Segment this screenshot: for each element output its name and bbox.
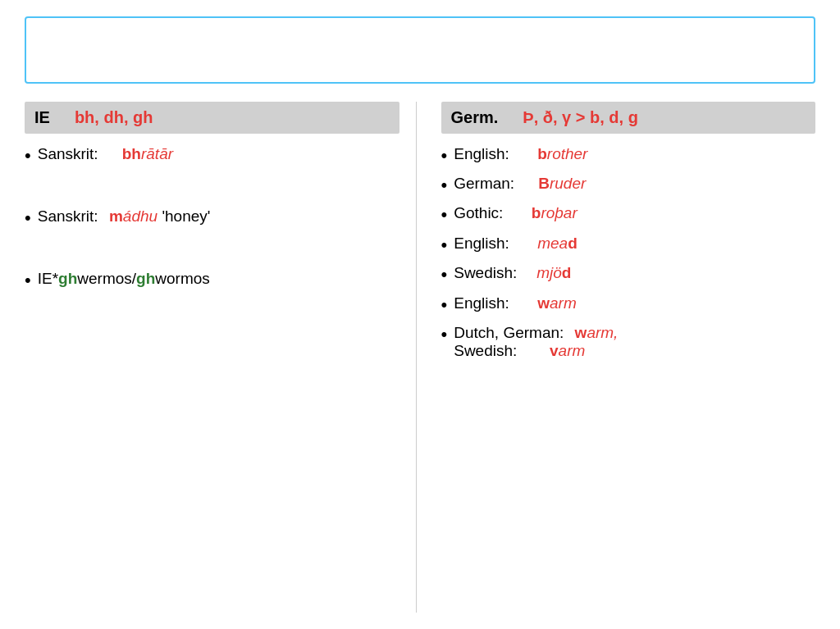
- content-area: IE bh, dh, gh • Sanskrit: bhrātār • Sans…: [25, 102, 815, 613]
- bullet-2: •: [25, 207, 31, 229]
- right-bullet-6: •: [441, 294, 448, 316]
- left-item-1: • Sanskrit: bhrātār: [25, 145, 399, 166]
- left-item-2-content: Sanskrit: mádhu 'honey': [38, 207, 211, 226]
- right-item-6: • English: warm: [441, 294, 816, 316]
- right-item-7-content: Dutch, German: warm, Swedish: varm: [454, 324, 618, 360]
- right-bullet-5: •: [441, 264, 448, 285]
- right-item-2: • German: Bruder: [441, 175, 816, 196]
- right-bullet-3: •: [441, 204, 448, 226]
- left-panel-header: IE bh, dh, gh: [25, 102, 399, 134]
- left-panel: IE bh, dh, gh • Sanskrit: bhrātār • Sans…: [25, 102, 417, 613]
- right-item-6-content: English: warm: [454, 294, 577, 312]
- right-bullet-7: •: [441, 324, 448, 345]
- right-bullet-4: •: [441, 235, 448, 256]
- right-header-germ: Germ.: [451, 108, 499, 127]
- title-text: [51, 33, 789, 67]
- right-item-4-content: English: mead: [454, 235, 578, 253]
- left-item-3: • IE*ghwermos/ghwormos: [25, 270, 399, 291]
- right-bullet-1: •: [441, 145, 448, 166]
- right-panel-header: Germ. Þ, ð, γ > b, d, g: [441, 102, 816, 134]
- bullet-3: •: [25, 270, 31, 291]
- right-item-2-content: German: Bruder: [454, 175, 586, 193]
- left-item-3-content: IE*ghwermos/ghwormos: [38, 270, 210, 288]
- right-item-4: • English: mead: [441, 235, 816, 256]
- title-box: [25, 16, 815, 84]
- right-panel: Germ. Þ, ð, γ > b, d, g • English: broth…: [417, 102, 816, 613]
- bullet-1: •: [25, 145, 31, 166]
- right-item-5-content: Swedish: mjöd: [454, 264, 571, 282]
- left-item-1-content: Sanskrit: bhrātār: [38, 145, 173, 163]
- right-item-5: • Swedish: mjöd: [441, 264, 816, 285]
- right-item-1: • English: brother: [441, 145, 816, 166]
- left-header-ie: IE: [34, 108, 50, 127]
- right-header-sounds: Þ, ð, γ > b, d, g: [523, 108, 638, 127]
- left-item-2: • Sanskrit: mádhu 'honey': [25, 207, 399, 229]
- right-item-3-content: Gothic: broþar: [454, 204, 578, 222]
- right-item-3: • Gothic: broþar: [441, 204, 816, 226]
- right-item-7: • Dutch, German: warm, Swedish: varm: [441, 324, 816, 360]
- right-item-1-content: English: brother: [454, 145, 587, 163]
- left-header-sounds: bh, dh, gh: [75, 108, 153, 127]
- right-bullet-2: •: [441, 175, 448, 196]
